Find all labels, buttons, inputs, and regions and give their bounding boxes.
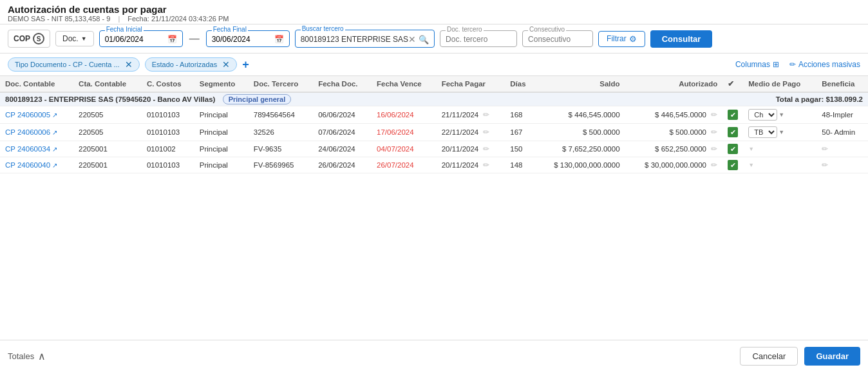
fecha-inicial-label: Fecha Inicial xyxy=(105,26,144,33)
beneficia-value: 48-Impler xyxy=(822,111,853,119)
table-row: CP 24060040 ↗ 2205001 01010103 Principal… xyxy=(0,157,868,173)
col-segmento: Segmento xyxy=(194,76,249,92)
group-name: 800189123 - ENTERPRISE SAS (75945620 - B… xyxy=(0,92,536,106)
fecha-inicial-field[interactable]: Fecha Inicial 📅 xyxy=(99,30,183,47)
cell-c-costos: 0101002 xyxy=(142,141,194,157)
page-title: Autorización de cuentas por pagar xyxy=(8,4,860,15)
group-badge: Principal general xyxy=(223,94,292,104)
col-c-costos: C. Costos xyxy=(142,76,194,92)
group-total: Total a pagar: $138.099.2 xyxy=(536,92,868,106)
consultar-button[interactable]: Consultar xyxy=(650,30,713,48)
cell-cta-contable: 2205001 xyxy=(73,157,142,173)
cell-segmento: Principal xyxy=(194,157,249,173)
cell-saldo: $ 7,652,250.0000 xyxy=(536,141,625,157)
medio-pago-cell: ▼ xyxy=(748,146,811,152)
col-doc-contable: Doc. Contable xyxy=(0,76,73,92)
filtrar-button[interactable]: Filtrar ⚙ xyxy=(598,31,645,47)
fecha-pagar-edit-icon[interactable]: ✏ xyxy=(483,128,489,137)
cell-doc-tercero: FV-9635 xyxy=(249,141,313,157)
buscar-tercero-label: Buscar tercero xyxy=(301,25,345,32)
cell-fecha-pagar: 20/11/2024 ✏ xyxy=(437,157,505,173)
currency-button[interactable]: COP S xyxy=(8,30,50,48)
doc-contable-link[interactable]: CP 24060040 ↗ xyxy=(5,161,68,169)
cell-doc-tercero: 32526 xyxy=(249,124,313,141)
cell-doc-contable: CP 24060040 ↗ xyxy=(0,157,73,173)
clear-tercero-icon[interactable]: ✕ xyxy=(408,34,416,44)
col-dias: Días xyxy=(505,76,535,92)
table-row: CP 24060005 ↗ 220505 01010103 Principal … xyxy=(0,106,868,124)
cell-segmento: Principal xyxy=(194,124,249,141)
cell-dias: 167 xyxy=(505,124,535,141)
columnas-button[interactable]: Columnas ⊞ xyxy=(735,60,779,69)
cell-segmento: Principal xyxy=(194,106,249,124)
doc-tercero-input[interactable] xyxy=(446,32,510,45)
col-doc-tercero: Doc. Tercero xyxy=(249,76,313,92)
table-row: CP 24060034 ↗ 2205001 0101002 Principal … xyxy=(0,141,868,157)
medio-pago-chevron-icon: ▼ xyxy=(748,146,754,152)
filter-tag-estado-label: Estado - Autorizadas xyxy=(152,61,218,68)
cell-doc-tercero: FV-8569965 xyxy=(249,157,313,173)
medio-pago-cell: ▼ xyxy=(748,162,811,168)
cell-doc-contable: CP 24060034 ↗ xyxy=(0,141,73,157)
autorizado-edit-icon[interactable]: ✏ xyxy=(711,144,717,153)
cell-c-costos: 01010103 xyxy=(142,157,194,173)
fecha-pagar-edit-icon[interactable]: ✏ xyxy=(483,144,489,153)
checkbox-checked[interactable]: ✔ xyxy=(728,127,738,137)
cell-fecha-pagar: 21/11/2024 ✏ xyxy=(437,106,505,124)
beneficia-edit-icon[interactable]: ✏ xyxy=(822,161,828,169)
autorizado-edit-icon[interactable]: ✏ xyxy=(711,128,717,137)
medio-pago-cell: Ch ▼ xyxy=(748,109,811,121)
doc-contable-link[interactable]: CP 24060006 ↗ xyxy=(5,128,68,136)
consecutivo-input[interactable] xyxy=(528,32,586,45)
remove-estado-filter[interactable]: ✕ xyxy=(222,59,230,70)
beneficia-edit-icon[interactable]: ✏ xyxy=(822,145,828,153)
cell-beneficia: 50- Admin xyxy=(816,124,868,141)
checkbox-checked[interactable]: ✔ xyxy=(728,110,738,120)
doc-tercero-field[interactable]: Doc. tercero xyxy=(440,30,517,47)
medio-pago-cell: TB ▼ xyxy=(748,126,811,138)
add-filter-button[interactable]: + xyxy=(242,58,249,72)
cell-check[interactable]: ✔ xyxy=(722,124,743,141)
col-fecha-doc: Fecha Doc. xyxy=(313,76,372,92)
medio-pago-select[interactable]: TB xyxy=(748,126,777,138)
acciones-masivas-button[interactable]: ✏ Acciones masivas xyxy=(789,60,860,69)
cell-segmento: Principal xyxy=(194,141,249,157)
checkbox-checked[interactable]: ✔ xyxy=(728,144,738,154)
buscar-tercero-field[interactable]: Buscar tercero 800189123 ENTERPRISE SAS … xyxy=(295,30,435,48)
cell-doc-contable: CP 24060005 ↗ xyxy=(0,106,73,124)
fecha-pagar-edit-icon[interactable]: ✏ xyxy=(483,161,489,170)
doc-contable-link[interactable]: CP 24060005 ↗ xyxy=(5,111,68,119)
cell-check[interactable]: ✔ xyxy=(722,157,743,173)
remove-tipo-doc-filter[interactable]: ✕ xyxy=(125,59,133,70)
search-tercero-icon[interactable]: 🔍 xyxy=(419,35,429,44)
cell-autorizado: $ 30,000,000.0000 ✏ xyxy=(625,157,723,173)
col-cta-contable: Cta. Contable xyxy=(73,76,142,92)
doc-contable-link[interactable]: CP 24060034 ↗ xyxy=(5,145,68,153)
cell-check[interactable]: ✔ xyxy=(722,106,743,124)
cell-saldo: $ 130,000,000.0000 xyxy=(536,157,625,173)
medio-pago-chevron-icon: ▼ xyxy=(748,162,754,168)
checkbox-checked[interactable]: ✔ xyxy=(728,160,738,170)
cell-saldo: $ 446,545.0000 xyxy=(536,106,625,124)
consecutivo-field[interactable]: Consecutivo xyxy=(522,30,593,47)
fecha-final-field[interactable]: Fecha Final 📅 xyxy=(206,30,290,47)
filtrar-label: Filtrar xyxy=(607,34,627,43)
medio-pago-select[interactable]: Ch xyxy=(748,109,777,121)
cell-dias: 168 xyxy=(505,106,535,124)
doc-button[interactable]: Doc. ▼ xyxy=(55,31,94,46)
table-header-row: Doc. Contable Cta. Contable C. Costos Se… xyxy=(0,76,868,92)
fecha-inicial-input[interactable] xyxy=(105,35,163,44)
company-name: DEMO SAS - NIT 85,133,458 - 9 xyxy=(8,15,110,23)
doc-tercero-label: Doc. tercero xyxy=(446,26,483,33)
fecha-pagar-edit-icon[interactable]: ✏ xyxy=(483,110,489,119)
filter-tag-tipo-doc: Tipo Documento - CP - Cuenta ... ✕ xyxy=(8,57,140,72)
autorizado-edit-icon[interactable]: ✏ xyxy=(711,161,717,170)
fecha-final-input[interactable] xyxy=(212,35,270,44)
cell-doc-contable: CP 24060006 ↗ xyxy=(0,124,73,141)
header: Autorización de cuentas por pagar DEMO S… xyxy=(0,0,868,24)
columns-icon: ⊞ xyxy=(773,60,779,69)
cell-check[interactable]: ✔ xyxy=(722,141,743,157)
autorizado-edit-icon[interactable]: ✏ xyxy=(711,110,717,119)
col-beneficia: Beneficia xyxy=(816,76,868,92)
main-table: Doc. Contable Cta. Contable C. Costos Se… xyxy=(0,76,868,173)
